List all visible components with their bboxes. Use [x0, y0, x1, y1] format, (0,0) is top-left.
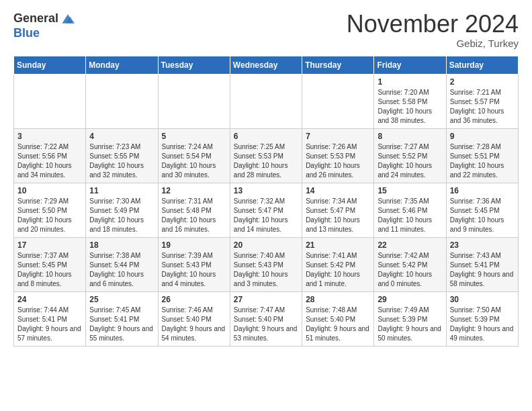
day-info: Sunrise: 7:42 AM Sunset: 5:42 PM Dayligh… — [378, 251, 442, 289]
title-block: November 2024 Gebiz, Turkey — [347, 11, 519, 49]
day-info: Sunrise: 7:32 AM Sunset: 5:47 PM Dayligh… — [234, 197, 298, 234]
day-info: Sunrise: 7:37 AM Sunset: 5:45 PM Dayligh… — [17, 251, 82, 289]
calendar-cell: 13Sunrise: 7:32 AM Sunset: 5:47 PM Dayli… — [230, 183, 302, 237]
day-info: Sunrise: 7:31 AM Sunset: 5:48 PM Dayligh… — [162, 197, 226, 234]
calendar-cell: 12Sunrise: 7:31 AM Sunset: 5:48 PM Dayli… — [158, 183, 230, 237]
calendar-cell: 29Sunrise: 7:49 AM Sunset: 5:39 PM Dayli… — [374, 291, 446, 346]
day-number: 4 — [89, 132, 154, 141]
day-info: Sunrise: 7:36 AM Sunset: 5:45 PM Dayligh… — [450, 197, 515, 234]
day-number: 27 — [234, 295, 298, 304]
calendar-cell — [158, 74, 230, 128]
calendar-week-2: 3Sunrise: 7:22 AM Sunset: 5:56 PM Daylig… — [14, 128, 519, 183]
month-title: November 2024 — [347, 11, 519, 38]
location: Gebiz, Turkey — [347, 38, 519, 49]
calendar-cell — [14, 74, 86, 128]
day-info: Sunrise: 7:48 AM Sunset: 5:40 PM Dayligh… — [306, 306, 370, 343]
calendar-cell: 27Sunrise: 7:47 AM Sunset: 5:40 PM Dayli… — [230, 291, 302, 346]
calendar-cell: 20Sunrise: 7:40 AM Sunset: 5:43 PM Dayli… — [230, 237, 302, 291]
day-number: 28 — [306, 295, 370, 304]
day-info: Sunrise: 7:30 AM Sunset: 5:49 PM Dayligh… — [89, 197, 154, 234]
day-info: Sunrise: 7:45 AM Sunset: 5:41 PM Dayligh… — [89, 306, 154, 343]
calendar-cell: 28Sunrise: 7:48 AM Sunset: 5:40 PM Dayli… — [302, 291, 374, 346]
calendar-cell: 5Sunrise: 7:24 AM Sunset: 5:54 PM Daylig… — [158, 128, 230, 183]
day-number: 26 — [162, 295, 226, 304]
calendar-cell: 17Sunrise: 7:37 AM Sunset: 5:45 PM Dayli… — [14, 237, 86, 291]
col-tuesday: Tuesday — [158, 56, 230, 74]
calendar-cell: 18Sunrise: 7:38 AM Sunset: 5:44 PM Dayli… — [86, 237, 158, 291]
calendar-cell: 23Sunrise: 7:43 AM Sunset: 5:41 PM Dayli… — [446, 237, 518, 291]
calendar-week-1: 1Sunrise: 7:20 AM Sunset: 5:58 PM Daylig… — [14, 74, 519, 128]
calendar-cell: 10Sunrise: 7:29 AM Sunset: 5:50 PM Dayli… — [14, 183, 86, 237]
logo-general-text: General — [13, 12, 58, 26]
day-info: Sunrise: 7:28 AM Sunset: 5:51 PM Dayligh… — [450, 142, 515, 180]
day-info: Sunrise: 7:35 AM Sunset: 5:46 PM Dayligh… — [378, 197, 442, 234]
day-number: 9 — [450, 132, 515, 141]
day-info: Sunrise: 7:44 AM Sunset: 5:41 PM Dayligh… — [17, 306, 82, 343]
day-info: Sunrise: 7:43 AM Sunset: 5:41 PM Dayligh… — [450, 251, 515, 289]
day-info: Sunrise: 7:27 AM Sunset: 5:52 PM Dayligh… — [378, 142, 442, 180]
calendar-cell: 21Sunrise: 7:41 AM Sunset: 5:42 PM Dayli… — [302, 237, 374, 291]
page: General Blue November 2024 Gebiz, Turkey… — [0, 0, 532, 357]
calendar-cell: 19Sunrise: 7:39 AM Sunset: 5:43 PM Dayli… — [158, 237, 230, 291]
day-number: 2 — [450, 77, 515, 87]
day-number: 21 — [306, 240, 370, 250]
calendar-week-3: 10Sunrise: 7:29 AM Sunset: 5:50 PM Dayli… — [14, 183, 519, 237]
day-number: 24 — [17, 295, 82, 304]
day-number: 12 — [162, 186, 226, 195]
calendar-cell: 11Sunrise: 7:30 AM Sunset: 5:49 PM Dayli… — [86, 183, 158, 237]
calendar-cell: 30Sunrise: 7:50 AM Sunset: 5:39 PM Dayli… — [446, 291, 518, 346]
day-number: 11 — [89, 186, 154, 195]
day-number: 19 — [162, 240, 226, 250]
calendar-cell: 24Sunrise: 7:44 AM Sunset: 5:41 PM Dayli… — [14, 291, 86, 346]
calendar-table: Sunday Monday Tuesday Wednesday Thursday… — [13, 56, 519, 347]
col-thursday: Thursday — [302, 56, 374, 74]
day-info: Sunrise: 7:20 AM Sunset: 5:58 PM Dayligh… — [378, 88, 442, 126]
day-info: Sunrise: 7:24 AM Sunset: 5:54 PM Dayligh… — [162, 142, 226, 180]
col-wednesday: Wednesday — [230, 56, 302, 74]
calendar-cell: 1Sunrise: 7:20 AM Sunset: 5:58 PM Daylig… — [374, 74, 446, 128]
calendar-week-4: 17Sunrise: 7:37 AM Sunset: 5:45 PM Dayli… — [14, 237, 519, 291]
day-number: 23 — [450, 240, 515, 250]
calendar-cell: 8Sunrise: 7:27 AM Sunset: 5:52 PM Daylig… — [374, 128, 446, 183]
col-saturday: Saturday — [446, 56, 518, 74]
day-number: 14 — [306, 186, 370, 195]
day-number: 5 — [162, 132, 226, 141]
calendar-cell — [302, 74, 374, 128]
col-sunday: Sunday — [14, 56, 86, 74]
day-number: 7 — [306, 132, 370, 141]
day-number: 1 — [378, 77, 442, 87]
calendar-cell: 15Sunrise: 7:35 AM Sunset: 5:46 PM Dayli… — [374, 183, 446, 237]
day-info: Sunrise: 7:50 AM Sunset: 5:39 PM Dayligh… — [450, 306, 515, 343]
calendar-cell: 14Sunrise: 7:34 AM Sunset: 5:47 PM Dayli… — [302, 183, 374, 237]
header-row: Sunday Monday Tuesday Wednesday Thursday… — [14, 56, 519, 74]
day-number: 6 — [234, 132, 298, 141]
day-number: 18 — [89, 240, 154, 250]
day-number: 15 — [378, 186, 442, 195]
day-number: 10 — [17, 186, 82, 195]
day-info: Sunrise: 7:29 AM Sunset: 5:50 PM Dayligh… — [17, 197, 82, 234]
calendar-cell — [230, 74, 302, 128]
calendar-cell: 7Sunrise: 7:26 AM Sunset: 5:53 PM Daylig… — [302, 128, 374, 183]
calendar-cell — [86, 74, 158, 128]
logo: General Blue — [13, 11, 76, 40]
logo-blue-text: Blue — [13, 26, 40, 40]
day-number: 13 — [234, 186, 298, 195]
day-info: Sunrise: 7:41 AM Sunset: 5:42 PM Dayligh… — [306, 251, 370, 289]
header: General Blue November 2024 Gebiz, Turkey — [13, 11, 519, 49]
day-info: Sunrise: 7:26 AM Sunset: 5:53 PM Dayligh… — [306, 142, 370, 180]
day-number: 25 — [89, 295, 154, 304]
day-info: Sunrise: 7:46 AM Sunset: 5:40 PM Dayligh… — [162, 306, 226, 343]
day-info: Sunrise: 7:39 AM Sunset: 5:43 PM Dayligh… — [162, 251, 226, 289]
day-info: Sunrise: 7:25 AM Sunset: 5:53 PM Dayligh… — [234, 142, 298, 180]
day-info: Sunrise: 7:21 AM Sunset: 5:57 PM Dayligh… — [450, 88, 515, 126]
day-info: Sunrise: 7:49 AM Sunset: 5:39 PM Dayligh… — [378, 306, 442, 343]
day-number: 30 — [450, 295, 515, 304]
calendar-cell: 16Sunrise: 7:36 AM Sunset: 5:45 PM Dayli… — [446, 183, 518, 237]
calendar-cell: 2Sunrise: 7:21 AM Sunset: 5:57 PM Daylig… — [446, 74, 518, 128]
calendar-cell: 26Sunrise: 7:46 AM Sunset: 5:40 PM Dayli… — [158, 291, 230, 346]
calendar-cell: 22Sunrise: 7:42 AM Sunset: 5:42 PM Dayli… — [374, 237, 446, 291]
day-info: Sunrise: 7:22 AM Sunset: 5:56 PM Dayligh… — [17, 142, 82, 180]
col-friday: Friday — [374, 56, 446, 74]
calendar-cell: 3Sunrise: 7:22 AM Sunset: 5:56 PM Daylig… — [14, 128, 86, 183]
day-info: Sunrise: 7:40 AM Sunset: 5:43 PM Dayligh… — [234, 251, 298, 289]
